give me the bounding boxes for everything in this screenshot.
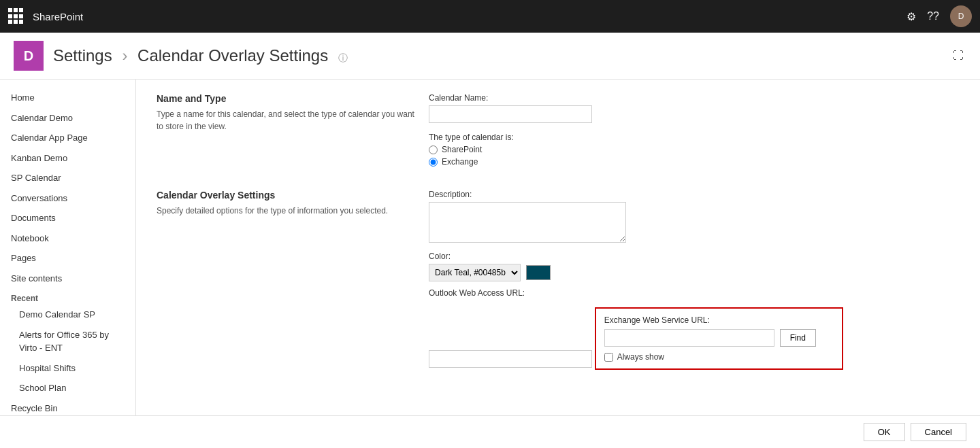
form-section-name-type: Name and Type Type a name for this calen… — [157, 93, 960, 169]
description-label: Description: — [429, 190, 960, 199]
calendar-name-input[interactable] — [429, 105, 592, 123]
calendar-name-label: Calendar Name: — [429, 93, 960, 103]
sidebar-item-pages[interactable]: Pages — [0, 248, 135, 269]
sidebar-item-demo-calendar[interactable]: Demo Calendar SP — [0, 305, 135, 325]
find-button[interactable]: Find — [780, 329, 816, 347]
sidebar-item-calendar-demo[interactable]: Calendar Demo — [0, 108, 135, 128]
sidebar-item-hospital-shifts[interactable]: Hospital Shifts — [0, 358, 135, 379]
section1-title: Name and Type — [157, 93, 429, 104]
radio-exchange-input[interactable] — [429, 158, 438, 167]
page-header: D Settings › Calendar Overlay Settings ⓘ… — [0, 33, 980, 80]
always-show-row: Always show — [604, 352, 834, 362]
page-footer: OK Cancel — [0, 415, 980, 448]
ews-url-row: Find — [604, 329, 834, 347]
section2-title: Calendar Overlay Settings — [157, 190, 429, 201]
main-layout: Home Calendar Demo Calendar App Page Kan… — [0, 80, 980, 415]
page-title: Settings › Calendar Overlay Settings ⓘ — [53, 46, 348, 65]
outlook-url-label: Outlook Web Access URL: — [429, 288, 960, 298]
section1-right: Calendar Name: The type of calendar is: … — [429, 93, 960, 169]
sidebar-item-kanban-demo[interactable]: Kanban Demo — [0, 148, 135, 169]
outlook-url-input[interactable] — [429, 350, 592, 368]
color-label: Color: — [429, 252, 960, 261]
radio-sharepoint-input[interactable] — [429, 145, 438, 154]
page-wrapper: D Settings › Calendar Overlay Settings ⓘ… — [0, 33, 980, 448]
settings-icon[interactable] — [906, 10, 916, 23]
sidebar-item-conversations[interactable]: Conversations — [0, 188, 135, 209]
section1-left: Name and Type Type a name for this calen… — [157, 93, 429, 169]
help-icon[interactable]: ? — [927, 10, 939, 22]
description-textarea[interactable] — [429, 202, 626, 243]
fullscreen-button[interactable]: ⛶ — [950, 47, 966, 65]
topbar: SharePoint ? D — [0, 0, 980, 33]
section2-description: Specify detailed options for the type of… — [157, 205, 415, 217]
section2-right: Description: Color: Dark Teal, #00485b O… — [429, 190, 960, 370]
sidebar-item-calendar-app-page[interactable]: Calendar App Page — [0, 128, 135, 148]
ews-section: Exchange Web Service URL: Find Always sh… — [595, 307, 843, 370]
ok-button[interactable]: OK — [864, 423, 905, 441]
radio-exchange: Exchange — [429, 157, 960, 167]
content-area: Name and Type Type a name for this calen… — [136, 80, 980, 415]
color-row: Dark Teal, #00485b — [429, 264, 960, 281]
sidebar-item-home[interactable]: Home — [0, 88, 135, 108]
calendar-type-radio-group: SharePoint Exchange — [429, 145, 960, 167]
topbar-right-actions: ? D — [906, 5, 972, 27]
radio-sharepoint: SharePoint — [429, 145, 960, 154]
radio-exchange-label: Exchange — [442, 157, 478, 167]
ews-url-input[interactable] — [604, 329, 774, 347]
avatar[interactable]: D — [950, 5, 972, 27]
breadcrumb-separator: › — [122, 46, 127, 65]
color-swatch — [526, 265, 551, 280]
sidebar-section-recent: Recent — [0, 288, 135, 305]
sidebar-item-alerts-office[interactable]: Alerts for Office 365 by Virto - ENT — [0, 325, 135, 358]
apps-grid-icon[interactable] — [8, 8, 24, 24]
ews-url-label: Exchange Web Service URL: — [604, 315, 834, 325]
app-title: SharePoint — [33, 11, 906, 22]
breadcrumb-current: Calendar Overlay Settings — [137, 46, 328, 65]
section2-left: Calendar Overlay Settings Specify detail… — [157, 190, 429, 370]
sidebar-item-recycle-bin[interactable]: Recycle Bin — [0, 398, 135, 416]
always-show-checkbox[interactable] — [604, 353, 613, 362]
info-icon[interactable]: ⓘ — [338, 52, 348, 63]
cancel-button[interactable]: Cancel — [911, 423, 966, 441]
sidebar: Home Calendar Demo Calendar App Page Kan… — [0, 80, 136, 415]
always-show-label: Always show — [617, 352, 664, 362]
color-select[interactable]: Dark Teal, #00485b — [429, 264, 521, 281]
section1-description: Type a name for this calendar, and selec… — [157, 108, 415, 133]
radio-sharepoint-label: SharePoint — [442, 145, 482, 154]
sidebar-item-notebook[interactable]: Notebook — [0, 228, 135, 249]
sidebar-item-documents[interactable]: Documents — [0, 208, 135, 228]
calendar-type-label: The type of calendar is: — [429, 133, 960, 142]
sidebar-item-sp-calendar[interactable]: SP Calendar — [0, 168, 135, 188]
sidebar-item-school-plan[interactable]: School Plan — [0, 378, 135, 398]
sidebar-item-site-contents[interactable]: Site contents — [0, 269, 135, 289]
page-icon: D — [14, 41, 44, 71]
breadcrumb-settings[interactable]: Settings — [53, 46, 112, 65]
form-section-overlay: Calendar Overlay Settings Specify detail… — [157, 190, 960, 370]
